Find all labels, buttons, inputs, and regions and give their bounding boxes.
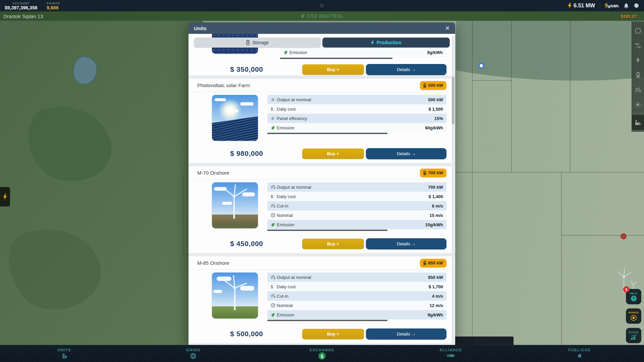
card-footer: $ 350,000 Buy + Details →	[189, 60, 455, 79]
battery-icon	[423, 83, 426, 88]
details-button[interactable]: Details →	[366, 64, 446, 75]
stat-emission: Emission 8g/kWh	[280, 48, 446, 57]
divider	[189, 163, 455, 166]
card-footer: $ 980,000 Buy + Details →	[189, 144, 455, 163]
capacity-badge: 850 kW	[420, 259, 446, 267]
stat-row: Output at nominal 500 kW	[267, 95, 446, 104]
sun-layer-tool[interactable]	[632, 97, 644, 112]
unit-stats: Output at nominal 700 kW $ Daily cost $ …	[267, 182, 446, 231]
unit-stats: Output at nominal 500 kW $ Daily cost $ …	[267, 95, 446, 141]
lightning-icon	[3, 194, 7, 200]
account-group: ACCOUNT $9,397,396,358	[0, 0, 42, 11]
wind-icon	[271, 204, 277, 208]
buy-button[interactable]: Buy +	[302, 64, 364, 75]
dollar-icon: $	[271, 107, 277, 112]
unit-image	[212, 182, 258, 228]
stat-row: Cut-in 4 m/s	[267, 291, 446, 301]
unit-image	[212, 273, 258, 318]
lightning-icon	[371, 40, 374, 45]
status-bar: Drastok Siplan 13 CO2 NEUTRAL $191.27 ↓	[0, 11, 644, 21]
details-button[interactable]: Details →	[366, 148, 446, 159]
map-marker-red	[621, 234, 626, 239]
nav-units[interactable]: UNITS	[0, 345, 129, 362]
unit-card-m70: M-70 Onshore 700 kW	[189, 166, 455, 253]
chart-icon	[630, 335, 637, 340]
battery-icon	[423, 171, 426, 175]
dollar-icon: $	[271, 284, 277, 289]
power-readout: 6.51 MW	[568, 3, 595, 9]
bottom-nav: UNITS GRIDS EXCHANGE $ ALLIANCE FUEL/CO2	[0, 345, 644, 362]
nav-alliance[interactable]: ALLIANCE	[386, 345, 515, 362]
hexagon-icon	[630, 315, 637, 321]
scrollbar-thumb[interactable]	[452, 77, 454, 124]
dollar-icon: $	[271, 194, 277, 199]
unit-name: Photovoltaic solar Farm	[197, 82, 250, 88]
power-flyout-tab[interactable]	[0, 187, 10, 206]
stat-row: Output at nominal 850 kW	[267, 273, 446, 282]
gear-icon	[319, 3, 324, 8]
flame-icon	[577, 353, 582, 359]
co2-neutral-badge: CO2 NEUTRAL	[300, 13, 344, 19]
leaf-icon	[271, 126, 277, 130]
leaf-icon	[271, 223, 277, 227]
topbar-right: 6.51 MW 9g/kWh	[568, 3, 644, 9]
details-button[interactable]: Details →	[366, 328, 446, 340]
lightning-icon	[568, 3, 572, 8]
gauge-icon	[271, 303, 277, 308]
leaf-icon	[283, 50, 289, 55]
modal-header[interactable]: Units ✕	[189, 22, 455, 34]
stat-row: Emission 9g/kWh	[267, 310, 446, 319]
unit-name: M-70 Onshore	[197, 170, 229, 176]
stat-row: Nominal 12 m/s	[267, 301, 446, 310]
tab-production[interactable]: Production	[322, 38, 450, 48]
settings-gear-icon[interactable]	[634, 3, 639, 8]
account-label: ACCOUNT	[5, 2, 37, 5]
stat-row: Emission 60g/kWh	[267, 123, 446, 132]
buy-button[interactable]: Buy +	[302, 329, 364, 339]
card-footer: $ 450,000 Buy + Details →	[189, 234, 455, 253]
buy-button[interactable]: Buy +	[302, 148, 364, 159]
bell-icon[interactable]	[624, 3, 629, 8]
stat-row: Cut-in 6 m/s	[267, 201, 446, 210]
battery-bolt-icon	[246, 40, 250, 45]
details-button[interactable]: Details →	[366, 238, 446, 249]
emission-bar	[267, 133, 387, 134]
divider	[633, 113, 643, 114]
power-layer-tool[interactable]	[632, 53, 644, 68]
globe-icon	[190, 353, 197, 359]
battery-icon	[423, 261, 426, 265]
unit-price: $ 450,000	[197, 240, 296, 248]
unit-tabs: Storage Production	[189, 38, 455, 48]
divider	[189, 253, 455, 256]
side-buttons: 5 HELP ? BONUS STOCK	[626, 289, 641, 343]
select-area-tool[interactable]	[632, 23, 644, 38]
unit-price: $ 350,000	[197, 65, 296, 73]
wind-icon	[271, 275, 277, 279]
divider	[600, 3, 600, 9]
market-price: $191.27 ↓	[621, 13, 640, 19]
bonus-button[interactable]: BONUS	[626, 308, 641, 324]
nav-fuel-co2[interactable]: FUEL/CO2	[515, 345, 644, 362]
sun-icon	[271, 98, 277, 102]
nav-exchange[interactable]: EXCHANGE $	[258, 345, 386, 362]
stock-button[interactable]: STOCK	[626, 328, 641, 343]
modal-body: Storage Production Emission 8g/kWh	[189, 34, 455, 347]
unit-card-m85: M-85 Onshore 850 kW	[189, 256, 455, 343]
emission-bar	[267, 320, 387, 321]
top-bar: ACCOUNT $9,397,396,358 POINTS 9,689 6.51…	[0, 0, 644, 11]
points-value: 9,689	[47, 5, 60, 10]
close-icon[interactable]: ✕	[445, 25, 450, 31]
buy-button[interactable]: Buy +	[302, 239, 364, 249]
unit-stats: Output at nominal 850 kW $ Daily cost $ …	[267, 273, 446, 321]
wind-layer-tool[interactable]	[632, 82, 644, 97]
tab-storage[interactable]: Storage	[194, 38, 321, 48]
battery-layer-tool[interactable]	[632, 68, 644, 82]
nav-grids[interactable]: GRIDS	[129, 345, 258, 362]
sun-icon	[271, 116, 277, 121]
map-marker-blue	[479, 63, 484, 68]
modal-title: Units	[194, 25, 207, 31]
help-button[interactable]: 5 HELP ?	[626, 289, 641, 304]
measure-tool[interactable]	[632, 38, 644, 53]
arrow-down-icon: ↓	[638, 13, 640, 19]
build-unit-tool[interactable]	[632, 115, 644, 130]
